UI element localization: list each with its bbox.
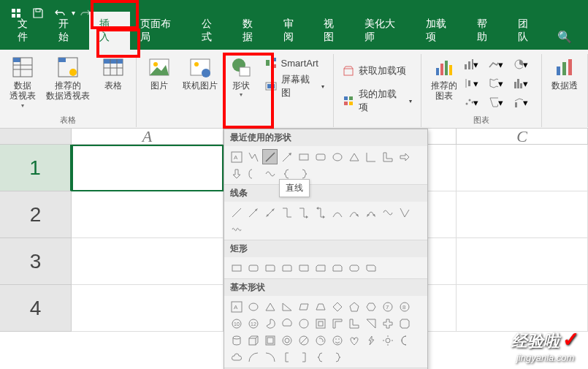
cell[interactable] bbox=[457, 191, 588, 238]
shape-roundrect[interactable] bbox=[313, 149, 328, 164]
shape-b-oval[interactable] bbox=[245, 299, 261, 314]
shape-line[interactable] bbox=[262, 149, 278, 164]
cell[interactable] bbox=[72, 285, 224, 332]
shape-b-dodec[interactable]: 12 bbox=[245, 316, 261, 331]
shape-r5[interactable] bbox=[296, 260, 311, 275]
cell[interactable] bbox=[457, 238, 588, 285]
shape-b-textbox[interactable]: A bbox=[229, 299, 244, 314]
shape-b-cloud[interactable] bbox=[229, 349, 244, 365]
shape-arrow-right[interactable] bbox=[397, 149, 412, 164]
tab-team[interactable]: 团队 bbox=[508, 12, 549, 50]
shape-b-pent[interactable] bbox=[346, 299, 362, 314]
shapes-button[interactable]: 形状 ▾ bbox=[223, 54, 259, 102]
tab-beautify[interactable]: 美化大师 bbox=[354, 12, 416, 50]
col-header-c[interactable]: C bbox=[457, 129, 588, 145]
chart-line[interactable]: ▾ bbox=[489, 57, 503, 72]
tab-formulas[interactable]: 公式 bbox=[191, 12, 232, 50]
shape-b-arc2[interactable] bbox=[262, 349, 278, 365]
shape-r2[interactable] bbox=[245, 260, 261, 275]
shape-b-noentry[interactable] bbox=[296, 332, 311, 348]
shape-triangle[interactable] bbox=[346, 149, 362, 164]
shape-b-rtri[interactable] bbox=[279, 299, 294, 314]
shape-freeform1[interactable] bbox=[380, 205, 395, 220]
data-pivot-button[interactable]: 数据透 bbox=[546, 54, 583, 92]
shape-b-sun[interactable] bbox=[380, 332, 395, 348]
shape-b-lcorner[interactable] bbox=[346, 316, 362, 331]
chart-map[interactable]: ▾ bbox=[489, 76, 503, 91]
shape-b-tri[interactable] bbox=[262, 299, 278, 314]
shape-corner[interactable] bbox=[363, 149, 378, 164]
shape-curve[interactable] bbox=[329, 205, 345, 220]
shape-r4[interactable] bbox=[279, 260, 294, 275]
shape-b-chord[interactable] bbox=[279, 316, 294, 331]
shape-b-arc[interactable] bbox=[245, 349, 261, 365]
tab-layout[interactable]: 页面布局 bbox=[130, 12, 191, 50]
cell[interactable] bbox=[72, 238, 224, 285]
online-picture-button[interactable]: 联机图片 bbox=[179, 54, 221, 102]
shape-b-donut[interactable] bbox=[279, 332, 294, 348]
shape-r3[interactable] bbox=[262, 260, 278, 275]
chart-stock[interactable]: ▾ bbox=[464, 76, 478, 91]
shape-b-heart[interactable] bbox=[346, 332, 362, 348]
chart-hist[interactable]: ▾ bbox=[513, 76, 528, 91]
select-all-corner[interactable] bbox=[0, 129, 72, 145]
shape-edit[interactable] bbox=[245, 149, 261, 164]
tab-insert[interactable]: 插入 bbox=[89, 12, 130, 50]
shape-arrow[interactable] bbox=[279, 149, 294, 164]
shape-curvedouble[interactable] bbox=[363, 205, 378, 220]
shape-b-dec[interactable]: 10 bbox=[229, 316, 244, 331]
shape-r6[interactable] bbox=[313, 260, 328, 275]
tab-addins[interactable]: 加载项 bbox=[416, 12, 467, 50]
shape-b-frame[interactable] bbox=[313, 316, 328, 331]
shape-elbowarrow[interactable] bbox=[296, 205, 311, 220]
chart-bar[interactable]: ▾ bbox=[464, 57, 478, 72]
tab-file[interactable]: 文件 bbox=[7, 12, 48, 50]
row-header-2[interactable]: 2 bbox=[0, 191, 72, 238]
pivot-table-button[interactable]: 数据 透视表 ▾ bbox=[4, 54, 41, 110]
shape-b-moon[interactable] bbox=[397, 332, 412, 348]
chart-funnel[interactable]: ▾ bbox=[489, 95, 503, 110]
shape-curvearrow[interactable] bbox=[346, 205, 362, 220]
tab-view[interactable]: 视图 bbox=[313, 12, 354, 50]
tab-help[interactable]: 帮助 bbox=[467, 12, 508, 50]
shape-b-oct[interactable]: 8 bbox=[397, 299, 412, 314]
shape-freeform2[interactable] bbox=[397, 205, 412, 220]
row-header-1[interactable]: 1 bbox=[0, 145, 72, 191]
shape-arrow-down[interactable] bbox=[229, 166, 244, 181]
shape-r9[interactable] bbox=[363, 260, 378, 275]
shape-b-tear[interactable] bbox=[296, 316, 311, 331]
shape-b-cross[interactable] bbox=[380, 316, 395, 331]
shape-b-smiley[interactable] bbox=[329, 332, 345, 348]
cell[interactable] bbox=[457, 285, 588, 332]
shape-r7[interactable] bbox=[329, 260, 345, 275]
tab-home[interactable]: 开始 bbox=[48, 12, 89, 50]
screenshot-button[interactable]: 屏幕截图 ▾ bbox=[261, 72, 329, 101]
shape-scribble[interactable] bbox=[262, 166, 278, 181]
shape-b-brace-l[interactable] bbox=[313, 349, 328, 365]
shape-b-pie[interactable] bbox=[262, 316, 278, 331]
cell-a1[interactable] bbox=[72, 145, 224, 191]
recommended-charts-button[interactable]: 推荐的 图表 bbox=[426, 54, 462, 113]
search-icon[interactable]: 🔍 bbox=[549, 24, 581, 50]
tab-review[interactable]: 审阅 bbox=[273, 12, 314, 50]
shape-b-hex[interactable] bbox=[363, 299, 378, 314]
table-button[interactable]: 表格 bbox=[95, 54, 131, 110]
shape-lshape[interactable] bbox=[380, 149, 395, 164]
shape-elbow[interactable] bbox=[279, 205, 294, 220]
shape-b-brack-r[interactable] bbox=[296, 349, 311, 365]
shape-b-plaque[interactable] bbox=[397, 316, 412, 331]
shape-b-halfframe[interactable] bbox=[329, 316, 345, 331]
shape-b-hept[interactable]: 7 bbox=[380, 299, 395, 314]
shape-b-brack-l[interactable] bbox=[279, 349, 294, 365]
shape-scribble2[interactable] bbox=[229, 221, 244, 237]
shape-b-can[interactable] bbox=[229, 332, 244, 348]
shape-b-para[interactable] bbox=[296, 299, 311, 314]
shape-b-trap[interactable] bbox=[313, 299, 328, 314]
shape-r8[interactable] bbox=[346, 260, 362, 275]
shape-r1[interactable] bbox=[229, 260, 244, 275]
shape-b-cube[interactable] bbox=[245, 332, 261, 348]
shape-b-bevel[interactable] bbox=[262, 332, 278, 348]
cell[interactable] bbox=[72, 191, 224, 238]
shape-b-brace-r[interactable] bbox=[329, 349, 345, 365]
cell[interactable] bbox=[457, 145, 588, 191]
